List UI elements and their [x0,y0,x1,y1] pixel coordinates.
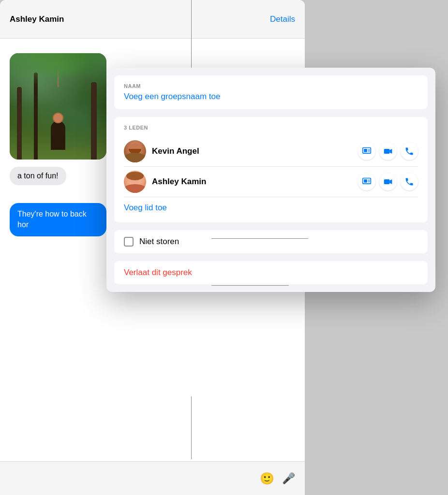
name-section-inner: NAAM Voeg een groepsnaam toe [114,75,428,109]
svg-rect-8 [384,179,390,184]
avatar-ashley [124,171,146,193]
member-actions-ashley [358,173,418,190]
callout-line-add [211,238,308,239]
messages-header: Ashley Kamin Details [0,0,305,39]
name-section: NAAM Voeg een groepsnaam toe [114,75,428,109]
avatar-kevin [124,140,146,162]
dnd-section: Niet storen [114,230,428,253]
message-input-area: 🙂 🎤 [0,461,305,495]
message-bubble-fun: a ton of fun! [10,167,66,185]
svg-rect-2 [368,149,370,152]
dnd-label: Niet storen [139,237,179,247]
photo-bubble [10,53,106,160]
emoji-icon[interactable]: 🙂 [260,472,274,485]
photo-image [10,53,106,160]
phone-btn-kevin[interactable] [401,143,418,160]
svg-rect-3 [384,149,390,154]
member-row-ashley: Ashley Kamin [124,166,418,197]
video-btn-kevin[interactable] [379,143,397,160]
svg-marker-4 [389,149,392,154]
members-section-inner: 3 LEDEN Kevin Angel [114,117,428,222]
person-head [53,113,63,123]
phone-btn-ashley[interactable] [401,173,418,190]
screenshare-btn-ashley[interactable] [358,173,375,190]
details-panel: NAAM Voeg een groepsnaam toe 3 LEDEN Kev… [106,68,435,292]
mic-icon[interactable]: 🎤 [282,472,295,485]
connector-line-top [191,0,192,70]
member-row-kevin: Kevin Angel [124,136,418,166]
details-button[interactable]: Details [270,15,295,24]
svg-rect-6 [364,179,367,183]
add-member-row: Voeg lid toe [124,197,418,220]
tree-1 [17,87,22,160]
callout-line-leave [211,285,289,286]
leave-conversation-button[interactable]: Verlaat dit gesprek [124,268,192,277]
video-btn-ashley[interactable] [379,173,397,190]
ashley-hair [126,172,144,180]
conversation-title: Ashley Kamin [10,15,64,24]
members-label: 3 LEDEN [124,125,418,131]
phone-icon-kevin [404,146,414,156]
leave-section: Verlaat dit gesprek [114,261,428,284]
member-name-kevin: Kevin Angel [152,146,352,156]
screenshare-icon-ashley [362,177,372,187]
message-text-blue: They're how to back hor [17,210,87,229]
screenshare-btn-kevin[interactable] [358,143,375,160]
person-body [51,121,65,150]
screenshare-icon-kevin [362,146,372,156]
ashley-body [124,185,146,193]
leave-section-container: Verlaat dit gesprek [114,261,428,284]
video-icon-kevin [383,146,393,156]
members-section: 3 LEDEN Kevin Angel [114,117,428,222]
message-text-fun: a ton of fun! [17,172,59,180]
video-icon-ashley [383,177,393,187]
message-bubble-blue: They're how to back hor [10,203,106,236]
dnd-section-container: Niet storen [114,230,428,253]
group-name-input[interactable]: Voeg een groepsnaam toe [124,92,418,102]
svg-rect-7 [368,179,370,183]
svg-marker-9 [389,179,392,184]
kevin-beard [129,149,141,154]
svg-rect-1 [364,149,367,152]
foliage [10,53,106,92]
phone-icon-ashley [404,177,414,187]
member-name-ashley: Ashley Kamin [152,177,352,187]
add-member-button[interactable]: Voeg lid toe [124,203,167,213]
dnd-checkbox[interactable] [124,237,134,247]
tree-3 [91,82,97,160]
name-label: NAAM [124,83,418,89]
connector-line-bottom [191,396,192,459]
kevin-body [124,155,146,162]
member-actions-kevin [358,143,418,160]
